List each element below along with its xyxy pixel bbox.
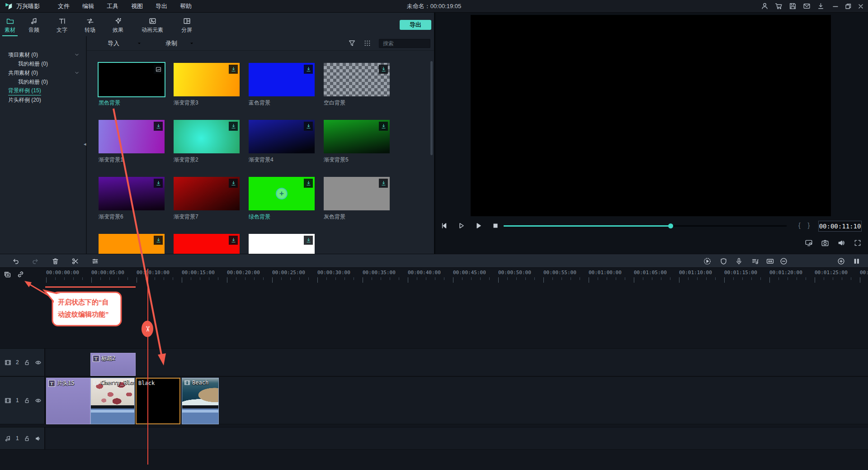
mixer-button[interactable] xyxy=(751,257,759,265)
tab-素材[interactable]: 素材 xyxy=(0,13,20,36)
cart-icon[interactable] xyxy=(775,2,783,10)
mail-icon[interactable] xyxy=(803,2,811,10)
media-item-渐变背景1[interactable]: 渐变背景1 xyxy=(99,120,165,164)
track-lane-audio1[interactable] xyxy=(45,427,868,450)
download-badge[interactable] xyxy=(304,179,313,188)
media-thumbnail[interactable] xyxy=(249,120,315,153)
scissors-button[interactable] xyxy=(71,257,79,265)
download-badge[interactable] xyxy=(154,122,163,131)
tree-item-项目素材 (0)[interactable]: 项目素材 (0) xyxy=(0,50,86,59)
download-icon[interactable] xyxy=(817,2,825,10)
menu-编辑[interactable]: 编辑 xyxy=(76,0,100,13)
media-item-灰色背景[interactable]: 灰色背景 xyxy=(324,177,390,221)
fit-width-button[interactable] xyxy=(766,257,774,265)
seek-knob[interactable] xyxy=(668,223,673,228)
tab-文字[interactable]: 文字 xyxy=(48,13,76,36)
chevron-down-icon[interactable] xyxy=(74,70,80,76)
track-header-video1[interactable]: 1 xyxy=(0,376,45,424)
media-scrollbar[interactable] xyxy=(430,61,433,155)
download-badge[interactable] xyxy=(229,179,238,188)
speaker-icon[interactable] xyxy=(35,435,42,442)
media-thumbnail[interactable] xyxy=(249,234,315,254)
search-input[interactable] xyxy=(379,40,434,47)
clip-片头15[interactable]: T片头15 xyxy=(46,378,90,424)
media-item-渐变背景7[interactable]: 渐变背景7 xyxy=(174,177,240,221)
menu-导出[interactable]: 导出 xyxy=(149,0,174,13)
close-button[interactable] xyxy=(857,3,864,10)
undo-button[interactable] xyxy=(12,257,19,265)
download-badge[interactable] xyxy=(229,122,238,131)
track-lane-video2[interactable] xyxy=(45,348,868,376)
clip-Black[interactable]: Black xyxy=(136,378,180,424)
tree-item-片头样例 (20)[interactable]: 片头样例 (20) xyxy=(0,95,86,104)
menu-帮助[interactable]: 帮助 xyxy=(174,0,198,13)
media-thumbnail[interactable] xyxy=(324,120,390,153)
clip-标题2[interactable]: T标题2 xyxy=(90,353,136,376)
lock-open-icon[interactable] xyxy=(24,435,30,442)
maximize-restore-button[interactable] xyxy=(844,3,852,10)
lock-open-icon[interactable] xyxy=(24,359,30,366)
media-thumbnail[interactable]: + xyxy=(249,177,315,210)
tab-转场[interactable]: 转场 xyxy=(76,13,104,36)
redo-button[interactable] xyxy=(32,257,39,265)
import-chevron-icon[interactable] xyxy=(137,41,142,46)
trash-button[interactable] xyxy=(52,257,59,265)
mic-button[interactable] xyxy=(735,257,743,265)
import-button[interactable]: 导入 xyxy=(108,39,119,47)
download-badge[interactable] xyxy=(154,179,163,188)
download-badge[interactable] xyxy=(304,236,313,245)
volume-icon[interactable] xyxy=(837,239,845,247)
media-thumbnail[interactable] xyxy=(174,177,240,210)
media-item-12[interactable] xyxy=(99,234,165,254)
save-icon[interactable] xyxy=(789,2,797,10)
timeline-ruler[interactable]: 00:00:00:0000:00:05:0000:00:10:0000:00:1… xyxy=(0,270,868,276)
tree-item-我的相册 (0)[interactable]: 我的相册 (0) xyxy=(0,77,86,86)
media-item-黑色背景[interactable]: 黑色背景 xyxy=(99,63,165,107)
download-badge[interactable] xyxy=(379,179,388,188)
media-thumbnail[interactable] xyxy=(174,63,240,96)
media-item-绿色背景[interactable]: +绿色背景 xyxy=(249,177,315,221)
eye-icon[interactable] xyxy=(35,397,42,404)
tab-音频[interactable]: 音频 xyxy=(20,13,48,36)
playhead[interactable] xyxy=(147,269,148,465)
render-play-button[interactable] xyxy=(703,257,711,265)
tree-item-我的相册 (0)[interactable]: 我的相册 (0) xyxy=(0,59,86,68)
media-item-蓝色背景[interactable]: 蓝色背景 xyxy=(249,63,315,107)
media-item-渐变背景6[interactable]: 渐变背景6 xyxy=(99,177,165,221)
shield-button[interactable] xyxy=(720,257,727,265)
download-badge[interactable] xyxy=(229,65,238,74)
download-badge[interactable] xyxy=(154,236,163,245)
zoom-in-button[interactable] xyxy=(837,257,845,265)
media-item-14[interactable] xyxy=(249,234,315,254)
download-badge[interactable] xyxy=(304,65,313,74)
media-thumbnail[interactable] xyxy=(99,234,165,254)
tree-item-共用素材 (0)[interactable]: 共用素材 (0) xyxy=(0,68,86,77)
media-item-渐变背景5[interactable]: 渐变背景5 xyxy=(324,120,390,164)
grid-view-icon[interactable] xyxy=(363,39,371,47)
media-item-渐变背景3[interactable]: 渐变背景3 xyxy=(174,63,240,107)
track-header-video2[interactable]: 2 xyxy=(0,348,45,376)
clip-Cherry_Blosso[interactable]: Cherry_Blosso xyxy=(90,378,135,424)
media-thumbnail[interactable] xyxy=(99,120,165,153)
play-button[interactable] xyxy=(457,222,465,230)
export-button[interactable]: 导出 xyxy=(400,20,431,30)
sliders-button[interactable] xyxy=(91,257,99,265)
media-item-渐变背景4[interactable]: 渐变背景4 xyxy=(249,120,315,164)
track-header-audio1[interactable]: 1 xyxy=(0,427,45,450)
tab-分屏[interactable]: 分屏 xyxy=(173,13,201,36)
menu-工具[interactable]: 工具 xyxy=(100,0,125,13)
media-item-渐变背景2[interactable]: 渐变背景2 xyxy=(174,120,240,164)
tab-动画元素[interactable]: 动画元素 xyxy=(132,13,173,36)
download-badge[interactable] xyxy=(379,65,388,74)
record-button[interactable]: 录制 xyxy=(165,39,177,47)
media-thumbnail[interactable] xyxy=(99,177,165,210)
play-solid-button[interactable] xyxy=(474,222,482,230)
media-thumbnail[interactable] xyxy=(249,63,315,96)
media-thumbnail[interactable] xyxy=(174,120,240,153)
record-chevron-icon[interactable] xyxy=(189,41,194,46)
track-manage-button[interactable] xyxy=(853,257,860,265)
menu-文件[interactable]: 文件 xyxy=(52,0,76,13)
download-badge[interactable] xyxy=(304,122,313,131)
minimize-button[interactable] xyxy=(832,3,839,10)
snapshot-icon[interactable] xyxy=(821,239,829,247)
